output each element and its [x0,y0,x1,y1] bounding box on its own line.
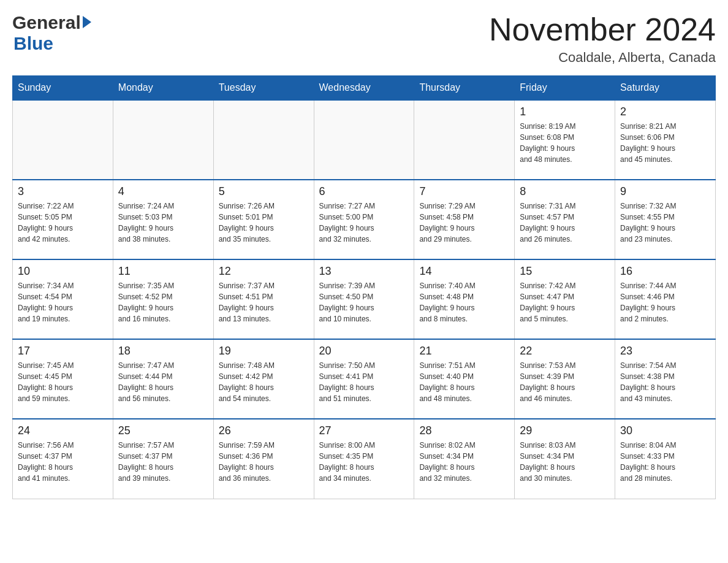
title-block: November 2024 Coaldale, Alberta, Canada [489,12,716,66]
day-info: Sunrise: 8:19 AM Sunset: 6:08 PM Dayligh… [520,121,610,165]
day-number: 1 [520,105,610,118]
calendar-cell: 29Sunrise: 8:03 AM Sunset: 4:34 PM Dayli… [515,419,615,499]
day-number: 19 [219,345,309,358]
day-number: 7 [419,185,509,198]
calendar-cell: 3Sunrise: 7:22 AM Sunset: 5:05 PM Daylig… [13,180,113,259]
weekday-header-row: SundayMondayTuesdayWednesdayThursdayFrid… [13,76,716,101]
calendar-cell [13,100,113,180]
day-number: 27 [319,424,409,437]
day-info: Sunrise: 7:48 AM Sunset: 4:42 PM Dayligh… [219,360,309,404]
day-info: Sunrise: 8:00 AM Sunset: 4:35 PM Dayligh… [319,440,409,484]
day-info: Sunrise: 7:35 AM Sunset: 4:52 PM Dayligh… [118,280,208,324]
day-number: 5 [219,185,309,198]
calendar-cell: 5Sunrise: 7:26 AM Sunset: 5:01 PM Daylig… [213,180,314,259]
calendar-cell: 9Sunrise: 7:32 AM Sunset: 4:55 PM Daylig… [615,180,716,259]
day-info: Sunrise: 7:45 AM Sunset: 4:45 PM Dayligh… [18,360,108,404]
day-info: Sunrise: 7:32 AM Sunset: 4:55 PM Dayligh… [620,201,710,245]
calendar-week-row: 3Sunrise: 7:22 AM Sunset: 5:05 PM Daylig… [13,180,716,259]
day-number: 11 [118,265,208,278]
calendar-week-row: 24Sunrise: 7:56 AM Sunset: 4:37 PM Dayli… [13,419,716,499]
day-number: 18 [118,345,208,358]
calendar-cell: 30Sunrise: 8:04 AM Sunset: 4:33 PM Dayli… [615,419,716,499]
day-info: Sunrise: 7:57 AM Sunset: 4:37 PM Dayligh… [118,440,208,484]
day-number: 13 [319,265,409,278]
day-info: Sunrise: 8:02 AM Sunset: 4:34 PM Dayligh… [419,440,509,484]
day-number: 23 [620,345,710,358]
day-number: 6 [319,185,409,198]
day-info: Sunrise: 7:24 AM Sunset: 5:03 PM Dayligh… [118,201,208,245]
location-title: Coaldale, Alberta, Canada [489,50,716,66]
calendar-cell: 19Sunrise: 7:48 AM Sunset: 4:42 PM Dayli… [213,339,314,419]
calendar-week-row: 1Sunrise: 8:19 AM Sunset: 6:08 PM Daylig… [13,100,716,180]
calendar-cell: 17Sunrise: 7:45 AM Sunset: 4:45 PM Dayli… [13,339,113,419]
calendar-cell: 1Sunrise: 8:19 AM Sunset: 6:08 PM Daylig… [515,100,615,180]
calendar-cell: 10Sunrise: 7:34 AM Sunset: 4:54 PM Dayli… [13,259,113,339]
day-info: Sunrise: 7:51 AM Sunset: 4:40 PM Dayligh… [419,360,509,404]
day-number: 15 [520,265,610,278]
calendar-cell: 11Sunrise: 7:35 AM Sunset: 4:52 PM Dayli… [113,259,213,339]
day-info: Sunrise: 7:26 AM Sunset: 5:01 PM Dayligh… [219,201,309,245]
calendar-week-row: 17Sunrise: 7:45 AM Sunset: 4:45 PM Dayli… [13,339,716,419]
weekday-header-thursday: Thursday [414,76,515,101]
day-info: Sunrise: 7:39 AM Sunset: 4:50 PM Dayligh… [319,280,409,324]
calendar-cell: 16Sunrise: 7:44 AM Sunset: 4:46 PM Dayli… [615,259,716,339]
calendar-cell: 7Sunrise: 7:29 AM Sunset: 4:58 PM Daylig… [414,180,515,259]
day-number: 8 [520,185,610,198]
weekday-header-friday: Friday [515,76,615,101]
day-number: 25 [118,424,208,437]
logo-general: General [12,12,81,33]
weekday-header-sunday: Sunday [13,76,113,101]
logo: General Blue [12,12,91,54]
calendar-cell: 8Sunrise: 7:31 AM Sunset: 4:57 PM Daylig… [515,180,615,259]
day-number: 4 [118,185,208,198]
calendar-cell: 28Sunrise: 8:02 AM Sunset: 4:34 PM Dayli… [414,419,515,499]
day-info: Sunrise: 7:54 AM Sunset: 4:38 PM Dayligh… [620,360,710,404]
calendar-cell: 18Sunrise: 7:47 AM Sunset: 4:44 PM Dayli… [113,339,213,419]
day-info: Sunrise: 7:59 AM Sunset: 4:36 PM Dayligh… [219,440,309,484]
calendar-cell: 14Sunrise: 7:40 AM Sunset: 4:48 PM Dayli… [414,259,515,339]
day-info: Sunrise: 7:22 AM Sunset: 5:05 PM Dayligh… [18,201,108,245]
day-number: 12 [219,265,309,278]
day-info: Sunrise: 8:03 AM Sunset: 4:34 PM Dayligh… [520,440,610,484]
calendar-cell: 12Sunrise: 7:37 AM Sunset: 4:51 PM Dayli… [213,259,314,339]
weekday-header-saturday: Saturday [615,76,716,101]
day-info: Sunrise: 7:56 AM Sunset: 4:37 PM Dayligh… [18,440,108,484]
day-number: 14 [419,265,509,278]
calendar-cell: 21Sunrise: 7:51 AM Sunset: 4:40 PM Dayli… [414,339,515,419]
weekday-header-tuesday: Tuesday [213,76,314,101]
logo-blue: Blue [13,33,53,53]
calendar-cell: 22Sunrise: 7:53 AM Sunset: 4:39 PM Dayli… [515,339,615,419]
day-info: Sunrise: 7:31 AM Sunset: 4:57 PM Dayligh… [520,201,610,245]
day-number: 20 [319,345,409,358]
day-number: 29 [520,424,610,437]
calendar-cell: 24Sunrise: 7:56 AM Sunset: 4:37 PM Dayli… [13,419,113,499]
day-number: 24 [18,424,108,437]
calendar-cell: 13Sunrise: 7:39 AM Sunset: 4:50 PM Dayli… [314,259,414,339]
day-info: Sunrise: 7:47 AM Sunset: 4:44 PM Dayligh… [118,360,208,404]
logo-arrow-icon [83,16,91,28]
calendar-cell: 27Sunrise: 8:00 AM Sunset: 4:35 PM Dayli… [314,419,414,499]
calendar-cell: 25Sunrise: 7:57 AM Sunset: 4:37 PM Dayli… [113,419,213,499]
day-number: 3 [18,185,108,198]
day-number: 28 [419,424,509,437]
calendar-cell [213,100,314,180]
day-info: Sunrise: 7:40 AM Sunset: 4:48 PM Dayligh… [419,280,509,324]
calendar-cell: 15Sunrise: 7:42 AM Sunset: 4:47 PM Dayli… [515,259,615,339]
calendar-cell: 4Sunrise: 7:24 AM Sunset: 5:03 PM Daylig… [113,180,213,259]
day-number: 26 [219,424,309,437]
day-number: 30 [620,424,710,437]
weekday-header-wednesday: Wednesday [314,76,414,101]
day-info: Sunrise: 8:21 AM Sunset: 6:06 PM Dayligh… [620,121,710,165]
calendar-table: SundayMondayTuesdayWednesdayThursdayFrid… [12,75,716,499]
day-number: 22 [520,345,610,358]
calendar-cell [414,100,515,180]
day-info: Sunrise: 7:44 AM Sunset: 4:46 PM Dayligh… [620,280,710,324]
calendar-cell [113,100,213,180]
day-info: Sunrise: 7:50 AM Sunset: 4:41 PM Dayligh… [319,360,409,404]
day-number: 10 [18,265,108,278]
calendar-cell: 23Sunrise: 7:54 AM Sunset: 4:38 PM Dayli… [615,339,716,419]
day-number: 2 [620,105,710,118]
calendar-cell: 26Sunrise: 7:59 AM Sunset: 4:36 PM Dayli… [213,419,314,499]
day-info: Sunrise: 8:04 AM Sunset: 4:33 PM Dayligh… [620,440,710,484]
day-number: 16 [620,265,710,278]
